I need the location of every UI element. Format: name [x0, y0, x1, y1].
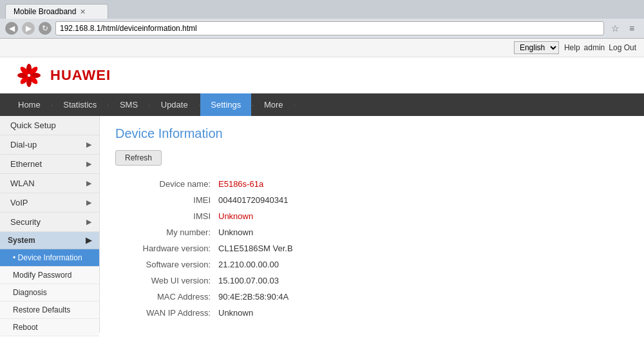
sidebar-sub-device-information[interactable]: Device Information: [0, 249, 99, 267]
brand-name: HUAWEI: [50, 67, 111, 84]
sidebar-item-quick-setup[interactable]: Quick Setup: [0, 116, 99, 135]
tab-title: Mobile Broadband: [14, 7, 76, 16]
logout-link[interactable]: Log Out: [609, 43, 636, 52]
field-value-wan-ip: Unknown: [218, 305, 298, 321]
sidebar-item-dial-up[interactable]: Dial-up ▶: [0, 135, 99, 155]
browser-chrome: Mobile Broadband ✕ ◀ ▶ ↻ ☆ ≡: [0, 0, 644, 39]
sidebar-label-security: Security: [10, 217, 41, 227]
field-value-mac-address: 90:4E:2B:58:90:4A: [218, 289, 298, 305]
table-row: Device name: E5186s-61a: [115, 176, 298, 192]
sidebar-item-voip[interactable]: VoIP ▶: [0, 193, 99, 213]
table-row: Web UI version: 15.100.07.00.03: [115, 273, 298, 289]
dial-up-arrow-icon: ▶: [86, 140, 91, 149]
language-select[interactable]: English: [514, 41, 559, 54]
sidebar-sub-modify-password[interactable]: Modify Password: [0, 267, 99, 284]
field-label-sw-version: Software version:: [115, 256, 218, 273]
table-row: WAN IP Address: Unknown: [115, 305, 298, 321]
main-content: Device Information Refresh Device name: …: [100, 116, 644, 333]
field-label-device-name: Device name:: [115, 176, 218, 192]
nav-sms[interactable]: SMS: [109, 93, 148, 116]
content-area: Quick Setup Dial-up ▶ Ethernet ▶ WLAN ▶ …: [0, 116, 644, 333]
nav-more[interactable]: More: [254, 93, 294, 116]
table-row: MAC Address: 90:4E:2B:58:90:4A: [115, 289, 298, 305]
tab-bar: Mobile Broadband ✕: [0, 0, 644, 19]
device-info-table: Device name: E5186s-61a IMEI 00440172094…: [115, 176, 298, 321]
sidebar-label-quick-setup: Quick Setup: [10, 120, 56, 130]
system-arrow-icon: ▶: [86, 236, 91, 245]
sidebar: Quick Setup Dial-up ▶ Ethernet ▶ WLAN ▶ …: [0, 116, 100, 333]
language-bar: English Help admin Log Out: [0, 39, 644, 57]
field-label-mac-address: MAC Address:: [115, 289, 218, 305]
table-row: IMEI 004401720940341: [115, 192, 298, 208]
field-value-webui-version: 15.100.07.00.03: [218, 273, 298, 289]
sub-label-modify-password: Modify Password: [13, 271, 71, 280]
help-link[interactable]: Help: [564, 43, 580, 52]
tab-close-btn[interactable]: ✕: [80, 8, 86, 16]
main-navigation: Home · Statistics · SMS · Update · Setti…: [0, 93, 644, 116]
field-label-imsi: IMSI: [115, 208, 218, 224]
wlan-arrow-icon: ▶: [86, 179, 91, 187]
field-value-device-name: E5186s-61a: [218, 176, 298, 192]
huawei-logo-icon: [13, 64, 45, 87]
browser-tab[interactable]: Mobile Broadband ✕: [5, 4, 108, 19]
ethernet-arrow-icon: ▶: [86, 160, 91, 168]
table-row: IMSI Unknown: [115, 208, 298, 224]
field-label-wan-ip: WAN IP Address:: [115, 305, 218, 321]
sidebar-item-security[interactable]: Security ▶: [0, 213, 99, 232]
table-row: My number: Unknown: [115, 224, 298, 240]
nav-right-icons: ☆ ≡: [608, 21, 639, 35]
field-value-hw-version: CL1E5186SM Ver.B: [218, 240, 298, 256]
field-label-webui-version: Web UI version:: [115, 273, 218, 289]
sidebar-label-dial-up: Dial-up: [10, 140, 37, 149]
sub-label-reboot: Reboot: [13, 323, 38, 332]
browser-nav: ◀ ▶ ↻ ☆ ≡: [0, 19, 644, 38]
voip-arrow-icon: ▶: [86, 198, 91, 207]
sidebar-section-system: System ▶: [0, 232, 99, 249]
page-title: Device Information: [115, 126, 629, 141]
nav-home[interactable]: Home: [8, 93, 51, 116]
table-row: Hardware version: CL1E5186SM Ver.B: [115, 240, 298, 256]
sub-label-restore-defaults: Restore Defaults: [13, 305, 70, 314]
nav-statistics[interactable]: Statistics: [53, 93, 107, 116]
admin-label: admin: [584, 43, 605, 52]
refresh-button[interactable]: Refresh: [115, 150, 162, 166]
sidebar-sub-reboot[interactable]: Reboot: [0, 319, 99, 336]
field-label-hw-version: Hardware version:: [115, 240, 218, 256]
sidebar-label-voip: VoIP: [10, 198, 28, 207]
field-label-imei: IMEI: [115, 192, 218, 208]
forward-button[interactable]: ▶: [22, 22, 35, 35]
sub-label-diagnosis: Diagnosis: [13, 288, 47, 297]
sidebar-sub-diagnosis[interactable]: Diagnosis: [0, 284, 99, 302]
table-row: Software version: 21.210.00.00.00: [115, 256, 298, 273]
back-button[interactable]: ◀: [5, 22, 18, 35]
field-value-imei: 004401720940341: [218, 192, 298, 208]
nav-update[interactable]: Update: [151, 93, 198, 116]
system-section-label: System: [8, 236, 35, 245]
sidebar-item-ethernet[interactable]: Ethernet ▶: [0, 155, 99, 174]
field-value-sw-version: 21.210.00.00.00: [218, 256, 298, 273]
address-bar[interactable]: [55, 21, 604, 35]
sub-label-device-info: Device Information: [18, 253, 82, 262]
sidebar-sub-restore-defaults[interactable]: Restore Defaults: [0, 302, 99, 319]
menu-icon[interactable]: ≡: [625, 21, 639, 35]
field-value-my-number: Unknown: [218, 224, 298, 240]
field-label-my-number: My number:: [115, 224, 218, 240]
lang-links: Help admin Log Out: [564, 43, 636, 52]
security-arrow-icon: ▶: [86, 218, 91, 226]
sidebar-label-wlan: WLAN: [10, 178, 35, 188]
sidebar-label-ethernet: Ethernet: [10, 159, 42, 169]
bookmark-icon[interactable]: ☆: [608, 21, 622, 35]
logo-bar: HUAWEI: [0, 57, 644, 93]
field-value-imsi: Unknown: [218, 208, 298, 224]
huawei-logo: HUAWEI: [13, 64, 111, 87]
nav-settings[interactable]: Settings: [200, 93, 251, 116]
sidebar-item-wlan[interactable]: WLAN ▶: [0, 174, 99, 193]
browser-refresh-button[interactable]: ↻: [39, 22, 52, 35]
